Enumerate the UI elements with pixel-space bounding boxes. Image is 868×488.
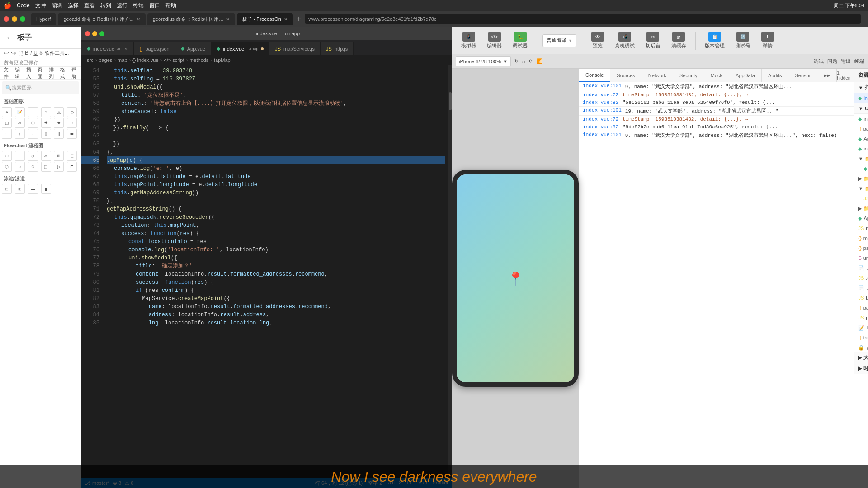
- tab-processon[interactable]: 板子 - ProcessOn ✕: [237, 13, 293, 25]
- formatter[interactable]: Prettier: [433, 480, 448, 487]
- outline-section[interactable]: ▶ 大纲: [854, 352, 868, 363]
- menu-format-po[interactable]: 格式: [60, 66, 66, 80]
- menu-edit[interactable]: 编辑: [52, 2, 62, 9]
- indentation[interactable]: 空格 2: [368, 480, 382, 487]
- shape-arrow-u[interactable]: ↑: [15, 129, 25, 139]
- shape-ellipse[interactable]: ⬬: [67, 129, 77, 139]
- rotate-btn[interactable]: ⟳: [529, 58, 533, 64]
- menu-insert-po[interactable]: 插入: [26, 66, 32, 80]
- terminal-tab[interactable]: 终端: [854, 58, 864, 65]
- shape-rect[interactable]: □: [28, 107, 38, 117]
- compile-mode-select[interactable]: 普通编译 ▼: [542, 34, 576, 47]
- file-babelconfig[interactable]: JS babel.config.js U: [854, 293, 868, 303]
- bc-pages[interactable]: pages: [99, 57, 112, 63]
- details-btn[interactable]: ℹ 详情: [758, 30, 778, 51]
- console-source-2[interactable]: index.vue:72: [583, 92, 619, 98]
- shape-star[interactable]: ★: [54, 118, 64, 128]
- file-packagejson[interactable]: {} package.json 3: [854, 303, 868, 313]
- shape-bracket[interactable]: []: [54, 129, 64, 139]
- file-pagesjson[interactable]: {} pages.json src M: [854, 124, 868, 134]
- file-manifestjson[interactable]: {} manifest.json M: [854, 233, 868, 243]
- menu-goto[interactable]: 转到: [100, 2, 111, 9]
- file-yarnlock[interactable]: 🔒 yarn.lock: [854, 343, 868, 352]
- simulator-btn[interactable]: 📱 模拟器: [458, 30, 480, 51]
- file-eslintignore[interactable]: 📄 .eslintignore U: [854, 263, 868, 273]
- bc-methods[interactable]: methods: [189, 57, 208, 63]
- console-source-6[interactable]: index.vue:82: [583, 124, 619, 130]
- editor-btn[interactable]: </> 编辑器: [483, 30, 505, 51]
- fc-decision[interactable]: ◇: [28, 151, 38, 161]
- language-mode[interactable]: Vue: [418, 480, 427, 487]
- tab-geoadd-close[interactable]: ✕: [137, 17, 140, 22]
- file-mapservicejs[interactable]: JS mapService.js: [854, 193, 868, 203]
- console-source-7[interactable]: index.vue:101: [583, 132, 622, 137]
- fc-preparation[interactable]: ⬡: [2, 162, 12, 172]
- vscode-maximize-btn[interactable]: [99, 31, 104, 36]
- menu-file-po[interactable]: 文件: [4, 66, 9, 80]
- bc-map[interactable]: map: [118, 57, 127, 63]
- bc-indexvue[interactable]: {} index.vue: [132, 57, 159, 63]
- more-tabs[interactable]: ▶▶: [817, 69, 837, 82]
- fc-stored-data[interactable]: ⊏: [67, 162, 77, 172]
- audits-tab[interactable]: Audits: [762, 69, 789, 82]
- file-mainjs[interactable]: JS main.js: [854, 223, 868, 233]
- fc-start[interactable]: ⬭: [2, 151, 12, 161]
- shape-arrow-l[interactable]: ←: [2, 129, 12, 139]
- vscode-tab-mapservice[interactable]: JS mapService.js: [269, 42, 321, 55]
- security-tab[interactable]: Security: [673, 69, 704, 82]
- menu-page-po[interactable]: 页面: [38, 66, 43, 80]
- shape-note[interactable]: 📝: [15, 107, 25, 117]
- apple-icon[interactable]: 🍎: [4, 2, 11, 9]
- vscode-tab-http[interactable]: JS http.js: [321, 42, 354, 55]
- folder-request[interactable]: ▶ 📁 request: [854, 174, 868, 183]
- shape-arrow-r[interactable]: →: [67, 118, 77, 128]
- file-appvue[interactable]: ◆ App.vue src M: [854, 134, 868, 144]
- open-editor-indexvue[interactable]: ◆ index.vue src/pages/in... M: [854, 93, 868, 103]
- sources-tab[interactable]: Sources: [610, 69, 642, 82]
- shape-triangle[interactable]: △: [54, 107, 64, 117]
- sw-vert[interactable]: ⊞: [15, 184, 25, 194]
- file-eslintrcjs[interactable]: JS .eslintrc.js U: [854, 273, 868, 283]
- menu-file[interactable]: 文件: [35, 2, 46, 9]
- tab-processon-close[interactable]: ✕: [284, 17, 288, 22]
- file-pagesjson-root[interactable]: {} pages.json M: [854, 243, 868, 253]
- open-editors-section[interactable]: ▼ 打开的编辑器 1 个未保存: [854, 82, 868, 93]
- device-select[interactable]: iPhone 6/7/8 100% ▼: [456, 56, 511, 66]
- shape-circle[interactable]: ○: [41, 107, 51, 117]
- preview-btn[interactable]: 👁 预览: [588, 30, 608, 51]
- tab-georadius[interactable]: georadius 命令 :: Redis中国用... ✕: [147, 13, 235, 25]
- console-source-1[interactable]: index.vue:101: [583, 83, 622, 89]
- code-scrollbar[interactable]: [448, 65, 452, 478]
- address-bar[interactable]: www.processon.com/diagraming/5e2e3e401fd…: [305, 14, 861, 24]
- test-number-btn[interactable]: 🔢 测试号: [732, 30, 754, 51]
- menu-edit-po[interactable]: 编辑: [15, 66, 21, 80]
- fc-document[interactable]: 🗎: [54, 151, 64, 161]
- console-source-4[interactable]: index.vue:101: [583, 108, 622, 113]
- menu-run[interactable]: 运行: [117, 2, 127, 9]
- sw-v-lane[interactable]: ▮: [41, 184, 51, 194]
- error-count[interactable]: ⊗ 3: [113, 480, 121, 486]
- menu-window[interactable]: 窗口: [149, 2, 160, 9]
- folder-service[interactable]: ▼ 📁 service: [854, 183, 868, 193]
- bold-btn[interactable]: B: [25, 50, 28, 56]
- file-encoding[interactable]: UTF-8: [387, 480, 401, 487]
- cursor-position[interactable]: 行 64，列 12 (已选 1): [315, 480, 363, 487]
- close-window-btn[interactable]: [4, 16, 9, 22]
- menu-help[interactable]: 帮助: [165, 2, 176, 9]
- file-indexvue-map-inner[interactable]: ◆ index.vue U: [854, 164, 868, 174]
- debugger-btn[interactable]: 🐛 调试器: [509, 30, 531, 51]
- menu-terminal[interactable]: 终端: [133, 2, 144, 9]
- network-tab[interactable]: Network: [642, 69, 673, 82]
- fc-manual[interactable]: ⌶: [67, 151, 77, 161]
- file-gitignore[interactable]: 📄 .gitignore: [854, 283, 868, 293]
- bc-src[interactable]: src: [87, 57, 94, 63]
- minimize-window-btn[interactable]: [12, 16, 17, 22]
- clear-cache-btn[interactable]: 🗑 清缓存: [668, 30, 690, 51]
- mock-tab[interactable]: Mock: [704, 69, 729, 82]
- shape-cross[interactable]: ✚: [41, 118, 51, 128]
- code-content[interactable]: this.selfLat = 39.903748 this.selfLng = …: [103, 65, 448, 478]
- shape-arrow-d[interactable]: ↓: [28, 129, 38, 139]
- real-device-btn[interactable]: 📲 真机调试: [611, 30, 638, 51]
- sw-h-lane[interactable]: ▬: [28, 184, 38, 194]
- menu-code[interactable]: Code: [17, 2, 30, 9]
